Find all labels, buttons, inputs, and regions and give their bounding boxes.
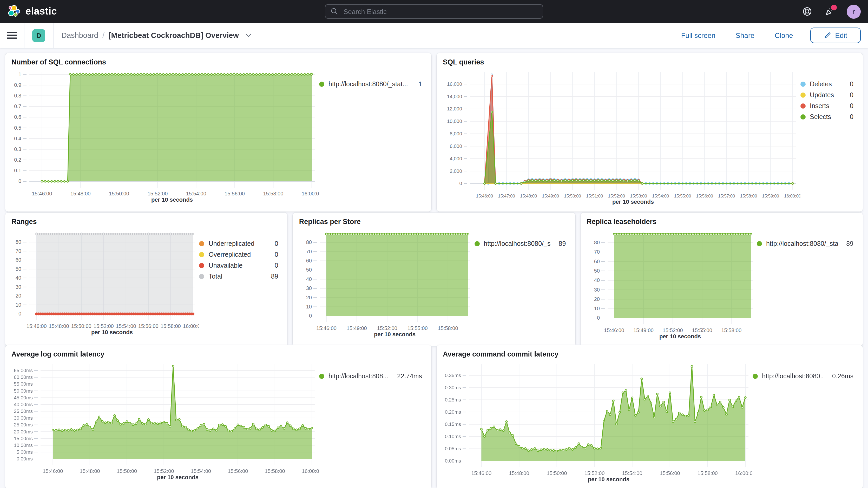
sql-connections-chart[interactable]: 00.10.20.30.40.50.60.70.80.9115:46:0015:… (10, 66, 319, 209)
svg-text:0: 0 (459, 181, 462, 186)
legend-item[interactable]: Overreplicated0 (199, 249, 278, 260)
svg-text:15:55:00: 15:55:00 (407, 325, 428, 331)
panel-title: Replica leaseholders (587, 218, 858, 225)
legend-color-dot (199, 263, 205, 268)
svg-text:15:50:00: 15:50:00 (564, 193, 581, 199)
svg-text:per 10 seconds: per 10 seconds (588, 476, 629, 483)
svg-text:16:00:00: 16:00:00 (302, 191, 319, 196)
full-screen-button[interactable]: Full screen (678, 31, 719, 40)
svg-text:15:49:00: 15:49:00 (542, 193, 559, 199)
legend-item[interactable]: Deletes0 (800, 79, 854, 89)
svg-text:0.15ms: 0.15ms (445, 422, 461, 427)
svg-text:per 10 seconds: per 10 seconds (91, 329, 133, 335)
log-commit-latency-chart[interactable]: 0.00ms5.00ms10.00ms15.00ms20.00ms25.00ms… (10, 358, 319, 487)
breadcrumb-dashboard[interactable]: Dashboard (61, 31, 98, 39)
svg-text:0.30ms: 0.30ms (445, 385, 461, 390)
share-button[interactable]: Share (733, 31, 757, 40)
search-icon (331, 7, 338, 16)
menu-icon[interactable] (7, 32, 17, 39)
legend-color-dot (757, 241, 762, 246)
ranges-chart[interactable]: 0102030405060708015:46:0015:48:0015:50:0… (10, 225, 199, 344)
svg-text:15:55:00: 15:55:00 (692, 328, 712, 333)
legend-item[interactable]: http://localhost:8080/_stat...1 (319, 79, 422, 89)
svg-text:35.00ms: 35.00ms (14, 408, 33, 414)
legend-label: Overreplicated (209, 251, 251, 258)
svg-text:15:50:00: 15:50:00 (117, 468, 137, 474)
command-commit-latency-chart[interactable]: 0.00ms0.05ms0.10ms0.15ms0.20ms0.25ms0.30… (442, 358, 753, 487)
svg-text:60: 60 (594, 258, 599, 264)
edit-button[interactable]: Edit (810, 28, 861, 43)
legend-value: 22.74ms (393, 372, 422, 379)
legend-item[interactable]: Underreplicated0 (199, 238, 278, 249)
chart-legend: Deletes0Updates0Inserts0Selects0 (800, 66, 858, 209)
clone-button[interactable]: Clone (772, 31, 796, 40)
svg-text:0.7: 0.7 (14, 103, 21, 109)
svg-text:30: 30 (306, 285, 312, 291)
svg-text:15:52:00: 15:52:00 (154, 468, 174, 474)
svg-text:0.8: 0.8 (14, 93, 21, 98)
svg-text:0.10ms: 0.10ms (445, 434, 461, 439)
svg-text:80: 80 (16, 239, 21, 245)
replica-leaseholders-chart[interactable]: 0102030405060708015:46:0015:49:0015:52:0… (586, 225, 757, 344)
legend-color-dot (199, 274, 205, 279)
panel-replica-leaseholders: Replica leaseholders 0102030405060708015… (580, 213, 863, 346)
chart-legend: http://localhost:8080/_sta...89 (757, 225, 858, 344)
newsfeed-icon[interactable] (824, 6, 835, 17)
svg-text:15:46:00: 15:46:00 (604, 328, 624, 333)
legend-item[interactable]: http://localhost:8080/_sta...89 (757, 238, 854, 249)
elastic-home-link[interactable]: elastic (7, 5, 57, 18)
legend-item[interactable]: Inserts0 (800, 100, 854, 111)
legend-item[interactable]: http://localhost:8080...0.26ms (753, 370, 854, 382)
panel-title: Number of SQL connections (11, 58, 426, 66)
legend-item[interactable]: Selects0 (800, 111, 854, 122)
chevron-down-icon[interactable] (245, 33, 251, 37)
legend-color-dot (199, 241, 205, 246)
breadcrumb-separator: / (102, 31, 104, 39)
help-icon[interactable] (802, 6, 812, 17)
brand-name: elastic (26, 6, 57, 17)
svg-text:15:48:00: 15:48:00 (80, 468, 100, 474)
dashboard-toolbar: D Dashboard / [Metricbeat CockroachDB] O… (0, 23, 868, 48)
svg-text:15:50:00: 15:50:00 (547, 470, 567, 476)
replicas-per-store-chart[interactable]: 0102030405060708015:46:0015:49:0015:52:0… (298, 225, 474, 344)
svg-text:30: 30 (16, 284, 21, 290)
edit-button-label: Edit (835, 31, 847, 39)
svg-text:15:58:00: 15:58:00 (265, 468, 285, 474)
legend-value: 0 (846, 80, 854, 88)
svg-text:15:54:00: 15:54:00 (191, 468, 211, 474)
chart-legend: Underreplicated0Overreplicated0Unavailab… (199, 225, 282, 344)
search-input[interactable] (343, 7, 537, 16)
dashboard-badge[interactable]: D (32, 29, 45, 42)
svg-text:15:56:00: 15:56:00 (138, 323, 158, 329)
svg-text:0.4: 0.4 (14, 135, 21, 141)
svg-text:0.25ms: 0.25ms (445, 397, 461, 402)
chart-legend: http://localhost:8080...0.26ms (753, 358, 858, 487)
global-search[interactable] (325, 4, 543, 19)
legend-item[interactable]: Unavailable0 (199, 260, 278, 271)
svg-text:15:46:00: 15:46:00 (471, 470, 491, 476)
legend-color-dot (319, 81, 324, 87)
panel-title: Ranges (11, 218, 282, 225)
legend-label: http://localhost:8080... (762, 372, 824, 379)
legend-item[interactable]: http://localhost:8080/_sta...89 (474, 238, 566, 249)
svg-text:0.3: 0.3 (14, 146, 21, 152)
svg-text:70: 70 (306, 249, 312, 254)
toolbar-divider (24, 23, 24, 48)
toolbar-actions: Full screen Share Clone Edit (678, 28, 868, 43)
legend-color-dot (800, 103, 806, 109)
svg-text:16:00:00: 16:00:00 (784, 193, 800, 199)
svg-text:70: 70 (16, 248, 21, 254)
app-window: elastic (0, 0, 868, 488)
chart-legend: http://localhost:808...22.74ms (319, 358, 426, 487)
svg-text:15:47:00: 15:47:00 (498, 193, 515, 199)
legend-item[interactable]: http://localhost:808...22.74ms (319, 370, 422, 382)
legend-item[interactable]: Updates0 (800, 89, 854, 100)
legend-item[interactable]: Total89 (199, 271, 278, 282)
svg-text:15:56:00: 15:56:00 (660, 470, 680, 476)
legend-label: Inserts (810, 102, 829, 110)
sql-queries-chart[interactable]: 02,0004,0006,0008,00010,00012,00014,0001… (442, 66, 800, 209)
svg-text:15:56:00: 15:56:00 (696, 193, 713, 199)
svg-text:15:51:00: 15:51:00 (586, 193, 603, 199)
svg-text:8,000: 8,000 (450, 131, 462, 136)
user-avatar[interactable]: r (847, 4, 861, 19)
